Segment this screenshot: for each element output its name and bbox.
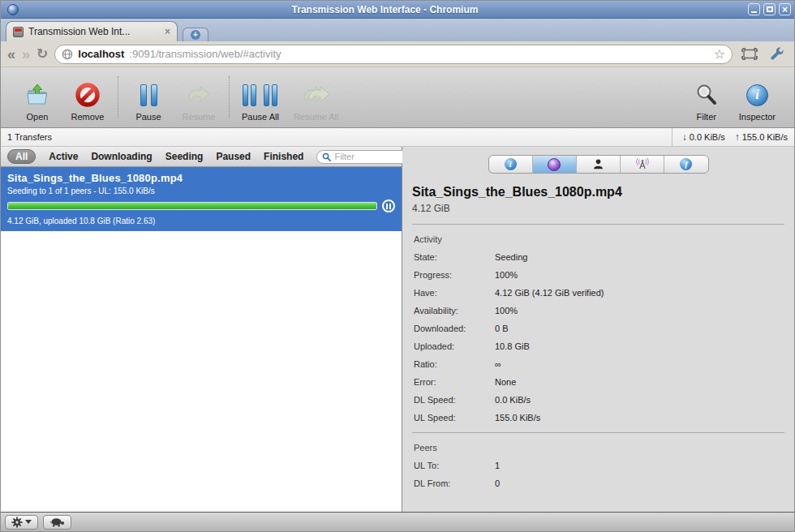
inspector-tab-tracker[interactable] <box>621 156 664 173</box>
inspector-button[interactable]: i Inspector <box>739 73 776 122</box>
torrent-progress-fill <box>8 203 376 209</box>
minimize-button[interactable] <box>748 3 760 15</box>
speed-limit-turtle-button[interactable] <box>43 515 71 530</box>
detail-row-ratio: Ratio:∞ <box>414 359 784 369</box>
forward-button[interactable]: » <box>22 47 30 62</box>
tab-title: Transmission Web Int... <box>28 26 160 37</box>
speed-summary: ↓ 0.0 KiB/s ↑ 155.0 KiB/s <box>672 128 788 146</box>
toolbar-separator <box>229 76 230 118</box>
divider <box>412 224 784 225</box>
torrent-list: Sita_Sings_the_Blues_1080p.mp4 Seeding t… <box>1 167 402 512</box>
detail-row-uploaded: Uploaded:10.8 GiB <box>414 341 784 351</box>
tracker-antenna-icon <box>635 158 650 170</box>
inspector-tab-files[interactable]: f <box>664 156 707 173</box>
url-host: localhost <box>78 48 124 60</box>
remove-button[interactable]: Remove <box>70 73 105 122</box>
pause-button[interactable]: Pause <box>131 73 166 122</box>
fullscreen-button[interactable] <box>739 48 760 60</box>
window-titlebar[interactable]: Transmission Web Interface - Chromium × <box>1 1 794 19</box>
toolbar-separator <box>118 76 118 118</box>
footer-bar <box>1 512 794 531</box>
download-arrow-icon: ↓ <box>682 131 687 143</box>
plus-icon: + <box>191 30 200 40</box>
filter-bar: All Active Downloading Seeding Paused Fi… <box>1 147 402 167</box>
filter-tab-finished[interactable]: Finished <box>264 151 303 162</box>
filter-tab-downloading[interactable]: Downloading <box>91 151 152 162</box>
gear-icon <box>11 517 23 528</box>
transmission-favicon-icon <box>13 27 24 37</box>
transmission-toolbar: Open Remove Pause <box>1 67 794 128</box>
filter-tab-seeding[interactable]: Seeding <box>165 151 204 162</box>
settings-gear-button[interactable] <box>5 515 38 530</box>
browser-tab[interactable]: Transmission Web Int... × <box>6 21 178 41</box>
resume-button[interactable]: Resume <box>181 73 217 122</box>
resume-all-button[interactable]: Resume All <box>294 73 339 122</box>
resume-icon <box>186 80 212 109</box>
filter-button[interactable]: Filter <box>689 73 724 122</box>
resume-all-icon <box>301 80 332 109</box>
transfers-count: 1 Transfers <box>7 132 52 142</box>
magnifier-icon <box>695 80 718 109</box>
torrent-progress-bar <box>7 202 377 210</box>
search-icon <box>322 152 331 161</box>
turtle-icon <box>49 517 65 527</box>
torrent-name: Sita_Sings_the_Blues_1080p.mp4 <box>7 172 395 184</box>
minimize-icon <box>751 11 757 13</box>
url-bar[interactable]: localhost:9091/transmission/web/#activit… <box>54 45 733 64</box>
bookmark-star-icon[interactable]: ☆ <box>714 46 725 62</box>
torrent-list-pane: All Active Downloading Seeding Paused Fi… <box>1 147 402 512</box>
detail-row-error: Error:None <box>414 377 784 387</box>
fullscreen-icon <box>741 48 758 60</box>
tab-strip: Transmission Web Int... × + <box>1 19 794 41</box>
close-button[interactable]: × <box>779 3 791 15</box>
activity-section-heading: Activity <box>414 234 784 244</box>
close-icon: × <box>782 5 788 15</box>
globe-icon <box>62 49 73 60</box>
torrent-details: 4.12 GiB, uploaded 10.8 GiB (Ratio 2.63) <box>7 217 395 225</box>
info-icon: i <box>505 158 517 170</box>
remove-icon <box>75 80 100 109</box>
pause-all-button[interactable]: Pause All <box>242 73 279 122</box>
filter-search-box[interactable] <box>316 150 410 164</box>
filter-search-input[interactable] <box>334 152 404 161</box>
tab-close-icon[interactable]: × <box>165 27 170 36</box>
detail-row-progress: Progress:100% <box>414 270 784 280</box>
pause-icon <box>140 80 157 109</box>
back-button[interactable]: « <box>7 47 15 62</box>
divider <box>412 432 784 433</box>
peers-section-heading: Peers <box>414 443 784 453</box>
filter-tab-active[interactable]: Active <box>49 151 78 162</box>
torrent-pause-button[interactable] <box>382 200 395 212</box>
upload-speed: ↑ 155.0 KiB/s <box>735 131 788 143</box>
detail-row-state: State:Seeding <box>414 252 784 262</box>
open-folder-icon <box>24 80 50 109</box>
inspector-torrent-title: Sita_Sings_the_Blues_1080p.mp4 <box>412 185 784 200</box>
inspector-tab-activity[interactable] <box>533 156 577 173</box>
filter-tab-all[interactable]: All <box>7 149 36 164</box>
inspector-tab-peers[interactable] <box>577 156 621 173</box>
activity-sphere-icon <box>548 158 561 171</box>
inspector-panel: i <box>402 147 794 512</box>
url-path: :9091/transmission/web/#activity <box>129 48 281 60</box>
upload-arrow-icon: ↑ <box>735 131 740 143</box>
chromium-logo-icon <box>7 4 19 15</box>
detail-row-ul-speed: UL Speed:155.0 KiB/s <box>414 413 784 423</box>
open-button[interactable]: Open <box>19 73 55 122</box>
detail-row-dl-speed: DL Speed:0.0 KiB/s <box>414 395 784 405</box>
detail-row-dl-from: DL From:0 <box>414 478 784 488</box>
filter-tab-paused[interactable]: Paused <box>216 151 251 162</box>
window-title: Transmission Web Interface - Chromium <box>22 4 748 15</box>
maximize-icon <box>767 6 773 12</box>
chromium-window: Transmission Web Interface - Chromium × … <box>0 0 795 532</box>
maximize-button[interactable] <box>763 3 776 15</box>
inspector-tab-info[interactable]: i <box>489 156 533 173</box>
files-icon: f <box>680 158 692 170</box>
download-speed: ↓ 0.0 KiB/s <box>682 131 725 143</box>
settings-wrench-button[interactable] <box>767 47 788 62</box>
torrent-row[interactable]: Sita_Sings_the_Blues_1080p.mp4 Seeding t… <box>1 167 402 231</box>
detail-row-ul-to: UL To:1 <box>414 461 784 470</box>
new-tab-button[interactable]: + <box>183 28 208 41</box>
reload-button[interactable]: ↻ <box>37 47 48 61</box>
inspector-tab-bar: i <box>488 155 709 174</box>
chevron-down-icon <box>25 520 32 524</box>
